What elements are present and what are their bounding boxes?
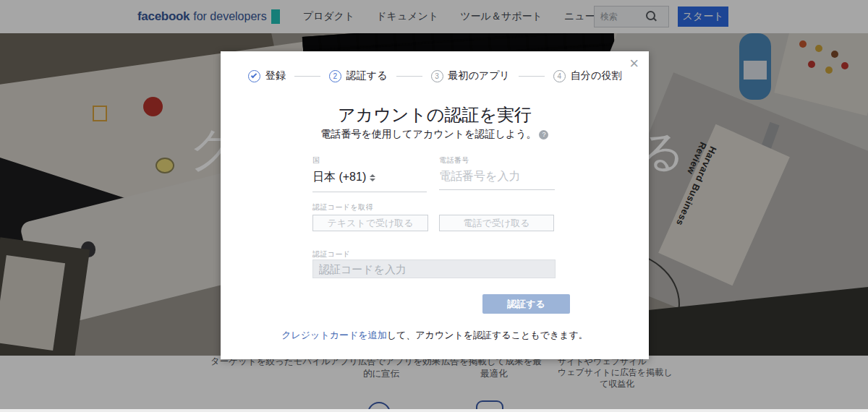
add-credit-card-link[interactable]: クレジットカードを追加 [281,330,386,340]
help-icon[interactable]: ? [539,130,548,140]
step-first-app: 3 最初のアプリ [431,69,510,82]
code-label: 認証コード [312,249,350,259]
step-verify-label: 認証する [346,69,388,82]
dialog-subtitle-text: 電話番号を使用してアカウントを認証しよう。 [321,128,537,140]
step-first-app-label: 最初のアプリ [448,69,510,82]
account-verification-dialog: × 登録 2 認証する 3 最初のアプリ 4 自分の役割 アカウントの認証を実行 [221,51,649,359]
receive-by-call-button[interactable]: 電話で受け取る [439,215,554,231]
country-label: 国 [312,155,427,166]
step-my-role-circle: 4 [553,70,566,82]
stepper-connector [396,76,422,77]
step-my-role-label: 自分の役割 [571,69,621,82]
step-first-app-circle: 3 [431,70,443,82]
phone-field: 電話番号 [439,155,555,190]
phone-input[interactable] [439,166,555,190]
country-select-value: 日本 (+81) [312,170,366,185]
get-code-label: 認証コードを取得 [312,202,373,213]
phone-label: 電話番号 [439,155,555,166]
step-my-role: 4 自分の役割 [553,69,621,82]
step-verify: 2 認証する [329,69,388,82]
country-field: 国 日本 (+81) [312,155,427,192]
receive-by-text-button[interactable]: テキストで受け取る [312,215,428,231]
step-register-label: 登録 [265,69,286,82]
dialog-subtitle: 電話番号を使用してアカウントを認証しよう。? [221,128,649,141]
check-icon [251,72,257,78]
step-register-circle [248,70,260,82]
horizontal-scrollbar[interactable] [0,409,868,412]
page: facebook for developers プロダクト ドキュメント ツール… [0,0,868,412]
dialog-footer: クレジットカードを追加して、アカウントを認証することもできます。 [221,329,649,342]
verify-button[interactable]: 認証する [482,294,570,314]
step-verify-circle: 2 [329,70,341,82]
step-register: 登録 [248,69,286,82]
signup-stepper: 登録 2 認証する 3 最初のアプリ 4 自分の役割 [221,69,649,82]
country-select[interactable]: 日本 (+81) [312,166,427,192]
dialog-footer-text: して、アカウントを認証することもできます。 [387,330,588,340]
code-input[interactable] [312,259,556,278]
dialog-title: アカウントの認証を実行 [221,103,649,126]
select-arrows-icon [370,174,375,181]
stepper-connector [294,76,320,77]
stepper-connector [519,76,545,77]
